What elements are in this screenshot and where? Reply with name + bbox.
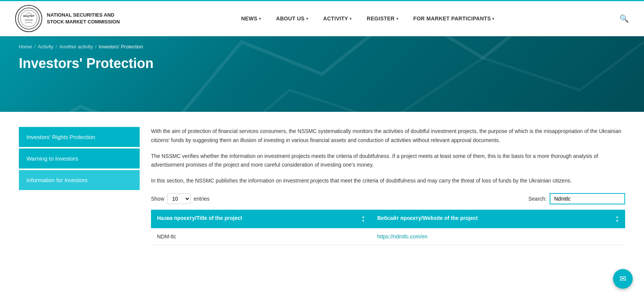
entries-label: entries [194, 196, 210, 202]
content-para-3: In this section, the NSSMC publishes the… [151, 176, 625, 186]
org-logo: НКЦПФР UKRAINE [15, 5, 42, 32]
content-para-2: The NSSMC verifies whether the informati… [151, 152, 625, 170]
main-content: Investors' Rights Protection Warning to … [0, 112, 644, 260]
svg-text:UKRAINE: UKRAINE [25, 19, 33, 21]
sidebar-item-warning[interactable]: Warning to Investors [19, 148, 140, 169]
nav-news-chevron: ▾ [259, 17, 261, 21]
org-name: NATIONAL SECURITIES AND STOCK MARKET COM… [47, 12, 120, 25]
nav-register-chevron: ▾ [396, 17, 398, 21]
sidebar-item-information[interactable]: Information for Investors [19, 170, 140, 190]
logo-area: НКЦПФР UKRAINE NATIONAL SECURITIES AND S… [15, 5, 120, 32]
breadcrumb-activity[interactable]: Activity [38, 44, 53, 49]
nav-activity[interactable]: ACTIVITY ▾ [316, 12, 359, 25]
nav-news[interactable]: NEWS ▾ [234, 12, 269, 25]
show-label: Show [151, 196, 164, 202]
sidebar-item-rights[interactable]: Investors' Rights Protection [19, 127, 140, 147]
table-row: NDM-tlc https://ndmtlc.com/en [151, 228, 625, 245]
breadcrumb: Home / Activity / Another activity / Inv… [19, 44, 625, 49]
search-label: Search: [528, 196, 547, 202]
hero-banner: Home / Activity / Another activity / Inv… [0, 36, 644, 112]
search-input[interactable] [550, 193, 625, 204]
cell-website[interactable]: https://ndmtlc.com/en [371, 228, 625, 245]
data-table: Назва проєкту/Title of the project ▲▼ Ве… [151, 210, 625, 245]
search-area: Search: [528, 193, 625, 204]
cell-title: NDM-tlc [151, 228, 371, 245]
content-area: With the aim of protection of financial … [151, 127, 625, 245]
col-website[interactable]: Вебсайт проєкту/Website of the project ▲… [371, 210, 625, 228]
show-entries: Show 10 25 50 100 entries [151, 193, 210, 204]
main-nav: NEWS ▾ ABOUT US ▾ ACTIVITY ▾ REGISTER ▾ … [120, 12, 616, 25]
nav-activity-chevron: ▾ [350, 17, 351, 21]
sort-arrows-website: ▲▼ [615, 215, 619, 223]
svg-point-0 [18, 8, 39, 29]
nav-about-us[interactable]: ABOUT US ▾ [268, 12, 316, 25]
breadcrumb-current: Investors' Protection [99, 44, 143, 49]
sort-arrows-title: ▲▼ [361, 215, 365, 223]
col-title[interactable]: Назва проєкту/Title of the project ▲▼ [151, 210, 371, 228]
entries-select[interactable]: 10 25 50 100 [167, 193, 191, 204]
page-title: Investors' Protection [19, 56, 625, 71]
sidebar: Investors' Rights Protection Warning to … [19, 127, 140, 192]
svg-point-1 [20, 10, 37, 27]
table-controls: Show 10 25 50 100 entries Search: [151, 193, 625, 204]
nav-register[interactable]: REGISTER ▾ [359, 12, 406, 25]
nav-about-chevron: ▾ [306, 17, 308, 21]
breadcrumb-another-activity[interactable]: Another activity [59, 44, 93, 49]
nav-market-participants[interactable]: FOR MARKET PARTICIPANTS ▾ [406, 12, 502, 25]
svg-text:НКЦПФР: НКЦПФР [23, 15, 34, 18]
search-icon[interactable]: 🔍 [619, 14, 629, 23]
breadcrumb-home[interactable]: Home [19, 44, 32, 49]
nav-market-chevron: ▾ [492, 17, 494, 21]
content-para-1: With the aim of protection of financial … [151, 127, 625, 145]
header: НКЦПФР UKRAINE NATIONAL SECURITIES AND S… [0, 1, 644, 36]
